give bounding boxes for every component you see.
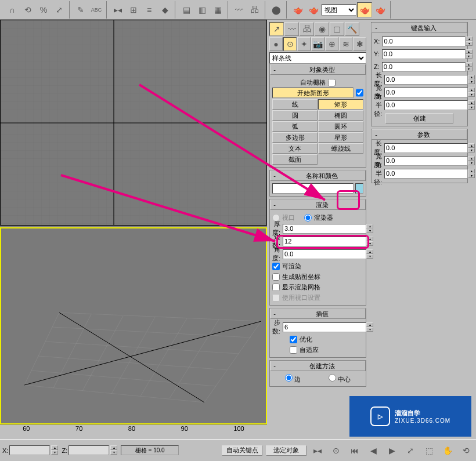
hierarchy-tab[interactable]: 品 — [300, 22, 314, 36]
corner-input[interactable] — [384, 100, 468, 110]
layer-mgr-icon[interactable]: ▤ — [179, 2, 194, 17]
optimize-checkbox[interactable] — [290, 336, 297, 343]
spin-down[interactable]: ▾ — [468, 161, 475, 165]
edge-radio[interactable] — [285, 374, 293, 382]
key-filters-icon[interactable]: ⊙ — [329, 443, 344, 458]
render-setup-icon[interactable]: 🫖 — [290, 2, 305, 17]
timeline-prev-icon[interactable]: ▸◂ — [310, 443, 325, 458]
spin-up[interactable]: ▴ — [468, 88, 475, 92]
pan-icon[interactable]: ✋ — [440, 443, 455, 458]
mirror-icon[interactable]: ▸◂ — [110, 2, 125, 17]
color-swatch[interactable] — [355, 183, 363, 194]
adaptive-checkbox[interactable] — [290, 346, 297, 354]
goto-start-icon[interactable]: ⏮ — [347, 443, 362, 458]
utilities-tab[interactable]: 🔨 — [345, 22, 359, 36]
autokey-button[interactable]: 自动关键点 — [222, 445, 262, 456]
dispmesh-checkbox[interactable] — [272, 284, 280, 291]
arc-button[interactable]: 弧 — [272, 121, 318, 132]
spin-up[interactable]: ▴ — [466, 37, 473, 41]
cameras-cat-icon[interactable]: 📷 — [311, 37, 324, 51]
angle-snap-icon[interactable]: ⟲ — [20, 2, 35, 17]
spin-down[interactable]: ▾ — [466, 41, 473, 46]
motion-tab[interactable]: ◉ — [315, 22, 329, 36]
helpers-cat-icon[interactable]: ⊕ — [325, 37, 338, 51]
display-tab[interactable]: ▢ — [330, 22, 344, 36]
spin-down[interactable]: ▾ — [466, 67, 473, 71]
zoom-ext-icon[interactable]: ⤢ — [403, 443, 418, 458]
spin-down[interactable]: ▾ — [468, 173, 475, 178]
curve-editor-icon[interactable]: 〰 — [232, 2, 247, 17]
ngon-button[interactable]: 多边形 — [272, 132, 318, 143]
rectangle-button[interactable]: 矩形 — [318, 99, 363, 110]
systems-cat-icon[interactable]: ✱ — [353, 37, 366, 51]
space-cat-icon[interactable]: ≋ — [339, 37, 352, 51]
sides-input[interactable] — [283, 237, 366, 246]
geom-cat-icon[interactable]: ● — [269, 37, 283, 51]
snap-toggle-icon[interactable]: ∩ — [5, 2, 20, 17]
percent-snap-icon[interactable]: % — [36, 2, 51, 17]
lights-cat-icon[interactable]: ✦ — [297, 37, 311, 51]
status-z-input[interactable] — [68, 445, 109, 455]
snapshot-icon[interactable]: ◆ — [157, 2, 172, 17]
render-scene-icon[interactable]: 🫖 — [306, 2, 321, 17]
spin-up[interactable]: ▴ — [468, 143, 475, 148]
spin-up[interactable]: ▴ — [468, 100, 475, 105]
section-button[interactable]: 截面 — [272, 154, 318, 165]
select-name-icon[interactable]: ABC — [89, 2, 104, 17]
rollout-header[interactable]: -创建方法 — [270, 361, 366, 371]
spin-down[interactable]: ▾ — [466, 54, 473, 59]
shapes-cat-icon[interactable]: ⊙ — [283, 37, 297, 51]
selected-button[interactable]: 选定对象 — [266, 445, 306, 456]
thickness-input[interactable] — [283, 224, 366, 234]
viewport-perspective[interactable] — [0, 227, 267, 424]
spin-up[interactable]: ▴ — [468, 169, 475, 173]
spin-up[interactable]: ▴ — [468, 75, 475, 79]
renderable-checkbox[interactable] — [272, 263, 280, 270]
named-sel-icon[interactable]: ✎ — [73, 2, 88, 17]
quick-render-icon[interactable]: 🫖 — [357, 2, 372, 17]
autogrid-checkbox[interactable] — [328, 79, 336, 86]
rollout-header[interactable]: -插值 — [270, 308, 366, 319]
width-input[interactable] — [384, 88, 468, 97]
x-input[interactable] — [382, 37, 466, 46]
center-radio[interactable] — [329, 374, 336, 382]
line-button[interactable]: 线 — [272, 99, 318, 110]
schematic-icon[interactable]: 品 — [247, 2, 262, 17]
rollout-header[interactable]: -对象类型 — [270, 64, 366, 75]
start-new-checkbox[interactable] — [356, 88, 363, 98]
create-tab[interactable]: ↗ — [269, 22, 284, 36]
object-name-input[interactable] — [272, 183, 354, 194]
spin-up[interactable]: ▴ — [466, 62, 473, 67]
y-input[interactable] — [382, 49, 466, 59]
prev-frame-icon[interactable]: ◀ — [366, 443, 381, 458]
rollout-header[interactable]: -渲染 — [270, 199, 366, 210]
donut-button[interactable]: 圆环 — [318, 121, 363, 132]
rollout-header[interactable]: -键盘输入 — [372, 23, 467, 33]
genmap-checkbox[interactable] — [272, 273, 280, 281]
status-x-input[interactable] — [9, 445, 50, 455]
helix-button[interactable]: 螺旋线 — [318, 143, 363, 154]
angle-input[interactable] — [283, 249, 366, 259]
spin-down[interactable]: ▾ — [468, 148, 475, 153]
spinner-snap-icon[interactable]: ⤢ — [52, 2, 67, 17]
zoom-region-icon[interactable]: ⬚ — [421, 443, 437, 458]
renderer-radio[interactable] — [304, 214, 312, 222]
array-icon[interactable]: ⊞ — [126, 2, 141, 17]
steps-input[interactable] — [283, 322, 366, 332]
render-view-select[interactable]: 视图 — [322, 4, 356, 16]
rollout-header[interactable]: -名称和颜色 — [270, 170, 366, 181]
pwidth-input[interactable] — [384, 156, 468, 166]
modify-tab[interactable]: 〰 — [284, 22, 299, 36]
spin-up[interactable]: ▴ — [468, 156, 475, 161]
length-input[interactable] — [384, 75, 468, 85]
spin-up[interactable]: ▴ — [466, 49, 473, 54]
pcorner-input[interactable] — [384, 169, 468, 179]
render-last-icon[interactable]: 🫖 — [373, 2, 388, 17]
z-input[interactable] — [382, 62, 466, 72]
rollout-header[interactable]: -参数 — [372, 129, 467, 140]
material-editor-icon[interactable]: ⬤ — [269, 2, 284, 17]
ellipse-button[interactable]: 椭圆 — [318, 110, 363, 121]
align-icon[interactable]: ≡ — [142, 2, 157, 17]
text-button[interactable]: 文本 — [272, 143, 318, 154]
spin-down[interactable]: ▾ — [468, 92, 475, 97]
